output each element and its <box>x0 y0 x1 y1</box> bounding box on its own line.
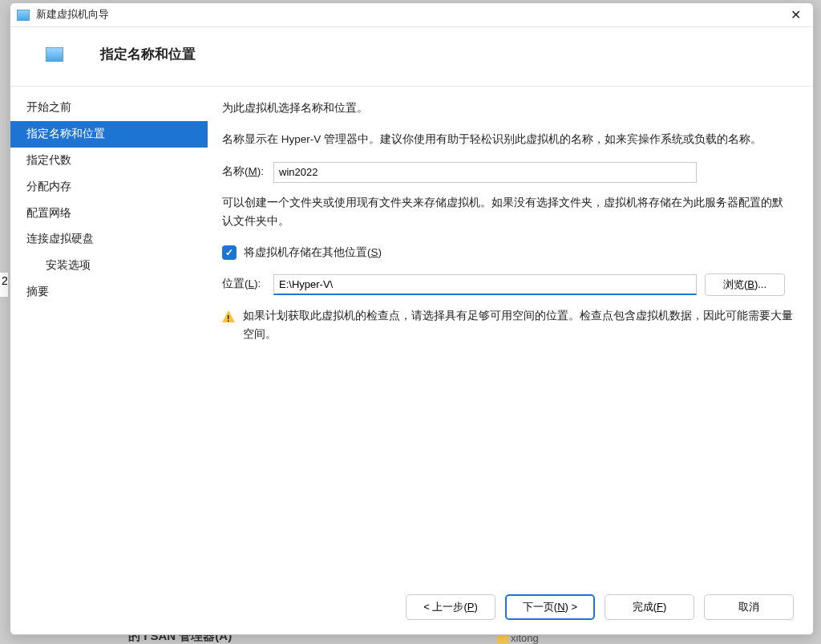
store-other-location-row: ✓ 将虚拟机存储在其他位置(S) <box>222 244 794 262</box>
step-summary[interactable]: 摘要 <box>10 279 208 306</box>
step-configure-network[interactable]: 配置网络 <box>10 200 208 227</box>
step-assign-memory[interactable]: 分配内存 <box>10 174 208 200</box>
wizard-window: 新建虚拟机向导 ✕ 指定名称和位置 开始之前 指定名称和位置 指定代数 分配内存… <box>10 2 814 635</box>
browse-button[interactable]: 浏览(B)... <box>705 273 785 296</box>
app-icon <box>17 10 30 21</box>
page-title: 指定名称和位置 <box>100 45 196 63</box>
cancel-button[interactable]: 取消 <box>704 594 794 620</box>
step-specify-name-location[interactable]: 指定名称和位置 <box>10 121 208 148</box>
titlebar: 新建虚拟机向导 ✕ <box>10 3 813 27</box>
finish-button[interactable]: 完成(F) <box>605 594 694 620</box>
previous-button[interactable]: < 上一步(P) <box>406 594 495 620</box>
location-label: 位置(L): <box>222 275 273 294</box>
next-button[interactable]: 下一页(N) > <box>505 594 595 620</box>
location-row: 位置(L): 浏览(B)... <box>222 273 794 296</box>
step-connect-vhd[interactable]: 连接虚拟硬盘 <box>10 226 208 253</box>
warning-text: 如果计划获取此虚拟机的检查点，请选择具有足够可用空间的位置。检查点包含虚拟机数据… <box>243 307 794 344</box>
location-input[interactable] <box>273 274 697 295</box>
name-description: 名称显示在 Hyper-V 管理器中。建议你使用有助于轻松识别此虚拟机的名称，如… <box>222 131 794 149</box>
name-row: 名称(M): <box>222 162 794 183</box>
warning-row: 如果计划获取此虚拟机的检查点，请选择具有足够可用空间的位置。检查点包含虚拟机数据… <box>222 307 794 344</box>
intro-text: 为此虚拟机选择名称和位置。 <box>222 99 794 118</box>
name-label: 名称(M): <box>222 163 273 181</box>
warning-icon <box>222 310 235 322</box>
step-specify-generation[interactable]: 指定代数 <box>10 148 208 174</box>
close-button[interactable]: ✕ <box>784 7 807 22</box>
location-description: 可以创建一个文件夹或使用现有文件夹来存储虚拟机。如果没有选择文件夹，虚拟机将存储… <box>222 194 794 231</box>
wizard-steps-sidebar: 开始之前 指定名称和位置 指定代数 分配内存 配置网络 连接虚拟硬盘 安装选项 … <box>10 87 208 585</box>
wizard-footer: < 上一步(P) 下一页(N) > 完成(F) 取消 <box>10 585 813 634</box>
step-install-options[interactable]: 安装选项 <box>10 253 208 279</box>
wizard-header: 指定名称和位置 <box>10 27 813 87</box>
backdrop-fragment-left: 2 <box>0 273 8 297</box>
step-before-begin[interactable]: 开始之前 <box>10 95 208 121</box>
store-other-location-checkbox[interactable]: ✓ <box>222 245 237 260</box>
window-title: 新建虚拟机向导 <box>36 8 784 22</box>
name-input[interactable] <box>273 162 697 183</box>
wizard-content: 为此虚拟机选择名称和位置。 名称显示在 Hyper-V 管理器中。建议你使用有助… <box>208 87 813 585</box>
store-other-location-label: 将虚拟机存储在其他位置(S) <box>244 244 382 262</box>
header-icon <box>46 47 63 62</box>
